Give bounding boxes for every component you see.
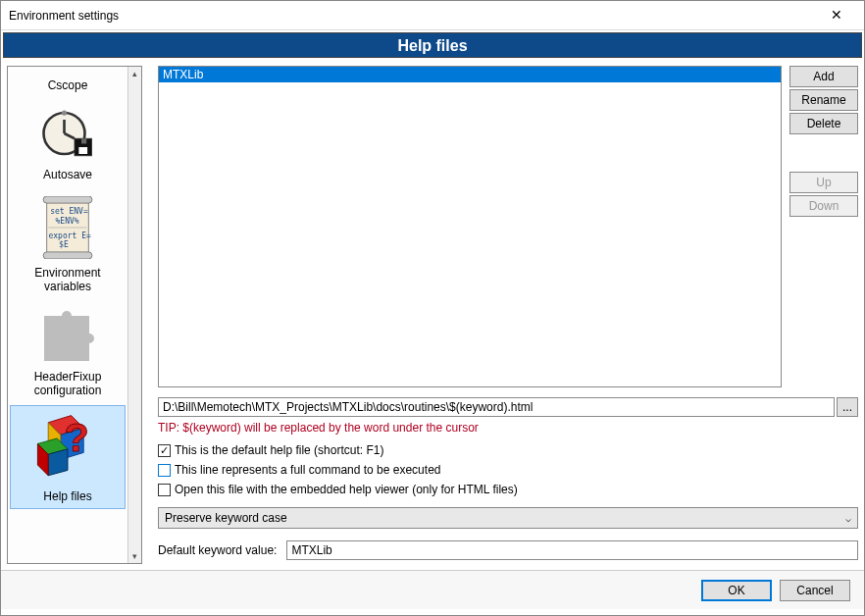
svg-rect-8 [43,196,92,203]
sidebar-item-help-files[interactable]: ? Help files [10,405,126,508]
page-title: Help files [3,32,862,58]
list-buttons: Add Rename Delete Up Down [789,66,858,387]
add-button[interactable]: Add [789,66,858,87]
browse-button[interactable]: ... [837,397,858,417]
ok-button[interactable]: OK [701,580,772,601]
sidebar-item-label: Environment variables [10,266,126,294]
svg-text:%ENV%: %ENV% [56,216,79,225]
svg-rect-5 [78,147,87,154]
sidebar-item-label: Help files [11,489,125,503]
sidebar-item-cscope[interactable]: Cscope [8,67,127,98]
list-item[interactable]: MTXLib [159,67,781,82]
cancel-button[interactable]: Cancel [780,580,850,601]
scroll-icon: set ENV= %ENV% export E= $E [36,196,99,262]
help-files-icon: ? [32,412,103,486]
svg-text:$E: $E [59,240,69,249]
checkbox-full-command[interactable] [158,464,171,477]
tip-text: TIP: $(keyword) will be replaced by the … [158,421,858,435]
path-input[interactable] [158,397,835,417]
sidebar-item-headerfixup[interactable]: HeaderFixup configuration [8,300,127,404]
sidebar-item-label: HeaderFixup configuration [10,370,126,398]
checkbox-label: This line represents a full command to b… [175,463,440,477]
close-icon[interactable]: ✕ [817,1,856,30]
sidebar-item-autosave[interactable]: Autosave [8,98,127,187]
main-panel: MTXLib Add Rename Delete Up Down ... TIP… [158,66,858,564]
puzzle-icon [36,308,99,366]
svg-rect-6 [81,139,86,144]
footer: OK Cancel [1,570,864,609]
checkbox-label: This is the default help file (shortcut:… [175,443,383,457]
keyword-input[interactable] [286,540,858,560]
keyword-case-dropdown[interactable]: Preserve keyword case ⌵ [158,507,858,529]
svg-text:?: ? [64,415,88,460]
scroll-down-icon[interactable]: ▾ [128,549,141,563]
sidebar-item-label: Autosave [10,168,126,181]
dropdown-value: Preserve keyword case [165,511,287,525]
help-files-list[interactable]: MTXLib [158,66,782,387]
checkbox-label: Open this file with the embedded help vi… [175,483,518,496]
checkbox-embedded-viewer[interactable] [158,484,171,496]
svg-text:set ENV=: set ENV= [50,207,88,216]
svg-text:export E=: export E= [48,231,91,239]
checkbox-default-help[interactable] [158,444,171,457]
window-title: Environment settings [9,9,817,23]
svg-rect-9 [43,252,92,259]
keyword-label: Default keyword value: [158,543,277,557]
scroll-up-icon[interactable]: ▴ [128,67,141,80]
chevron-down-icon: ⌵ [845,513,851,524]
delete-button[interactable]: Delete [789,113,858,134]
content: Cscope Autosave [1,60,864,570]
titlebar: Environment settings ✕ [1,1,864,30]
rename-button[interactable]: Rename [789,89,858,111]
down-button: Down [789,195,858,217]
clock-icon [40,106,95,164]
sidebar-item-env-vars[interactable]: set ENV= %ENV% export E= $E Environment … [8,188,127,300]
sidebar-item-label: Cscope [10,78,126,92]
sidebar-scrollbar[interactable]: ▴ ▾ [127,67,141,563]
up-button: Up [789,172,858,193]
svg-point-1 [62,111,67,116]
sidebar: Cscope Autosave [7,66,142,564]
